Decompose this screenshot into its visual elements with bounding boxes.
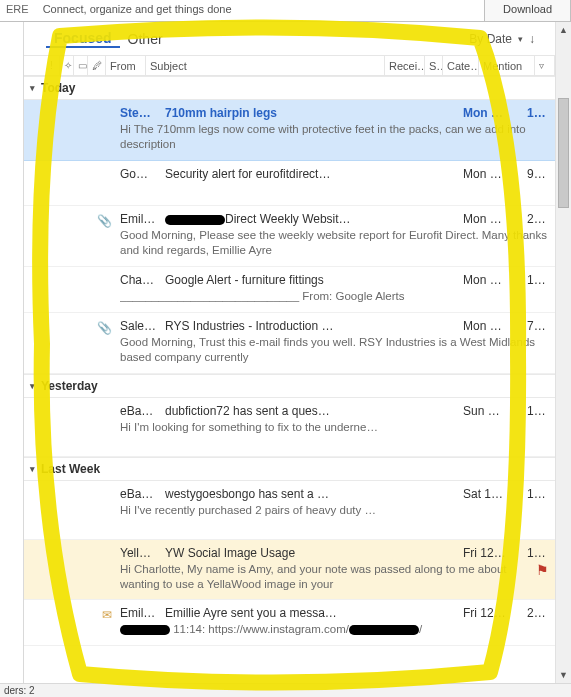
- scroll-track[interactable]: [556, 38, 571, 667]
- col-size[interactable]: S…: [425, 56, 443, 75]
- scroll-thumb[interactable]: [558, 98, 569, 208]
- ribbon-tag: ERE: [0, 0, 35, 21]
- message-row[interactable]: ✉Emil…Emillie Ayre sent you a messa…Fri …: [24, 600, 555, 646]
- message-date: Mon …: [463, 273, 527, 287]
- col-icon[interactable]: ▭: [74, 56, 88, 75]
- col-flag[interactable]: ▿: [535, 56, 555, 75]
- ribbon: ERE Connect, organize and get things don…: [0, 0, 571, 22]
- message-count: 2…: [527, 212, 549, 226]
- message-count: 1…: [527, 487, 549, 501]
- message-from: Ste…: [120, 106, 165, 120]
- message-preview: 11:14: https://www.instagram.com//: [120, 620, 549, 637]
- message-date: Sun …: [463, 404, 527, 418]
- message-preview: Hi I've recently purchased 2 pairs of he…: [120, 501, 549, 517]
- col-mentions[interactable]: Mention: [479, 56, 535, 75]
- col-categories[interactable]: Cate…: [443, 56, 479, 75]
- group-label: Last Week: [41, 462, 100, 476]
- message-row[interactable]: 📎Sale…RYS Industries - Introduction …Mon…: [24, 313, 555, 374]
- message-list-pane: Focused Other By Date ▾ ↓ ! ✧ ▭ 🖉 From S…: [24, 22, 555, 683]
- col-attachment[interactable]: 🖉: [88, 56, 106, 75]
- message-date: Mon …: [463, 167, 527, 181]
- attachment-icon: 📎: [97, 214, 112, 228]
- left-rail: [0, 22, 24, 697]
- envelope-icon: ✉: [102, 608, 112, 622]
- message-preview: Hi The 710mm legs now come with protecti…: [120, 120, 549, 152]
- message-date: Sat 1…: [463, 487, 527, 501]
- group-header-yesterday[interactable]: ▾Yesterday: [24, 374, 555, 398]
- message-date: Mon …: [463, 106, 527, 120]
- message-subject: westygoesbongo has sent a …: [165, 487, 463, 501]
- chevron-down-icon: ▾: [518, 34, 523, 44]
- chevron-down-icon: ▾: [30, 381, 35, 391]
- message-list[interactable]: ▾TodaySte…710mm hairpin legsMon …1…Hi Th…: [24, 76, 555, 683]
- group-header-today[interactable]: ▾Today: [24, 76, 555, 100]
- message-preview: Good Morning, Trust this e-mail finds yo…: [120, 333, 549, 365]
- message-row[interactable]: Go…Security alert for eurofitdirect…Mon …: [24, 161, 555, 206]
- column-headers: ! ✧ ▭ 🖉 From Subject Recei… S… Cate… Men…: [24, 56, 555, 76]
- message-row[interactable]: Cha…Google Alert - furniture fittingsMon…: [24, 267, 555, 313]
- message-subject: Security alert for eurofitdirect…: [165, 167, 463, 181]
- col-from[interactable]: From: [106, 56, 146, 75]
- message-date: Mon …: [463, 319, 527, 333]
- sort-direction-icon[interactable]: ↓: [529, 32, 535, 46]
- message-row[interactable]: Ste…710mm hairpin legsMon …1…Hi The 710m…: [24, 100, 555, 161]
- scroll-down-icon[interactable]: ▼: [556, 667, 571, 683]
- message-subject: Emillie Ayre sent you a messa…: [165, 606, 463, 620]
- col-received[interactable]: Recei…: [385, 56, 425, 75]
- message-count: 1…: [527, 404, 549, 418]
- message-from: eBa…: [120, 487, 165, 501]
- attachment-icon: 📎: [97, 321, 112, 335]
- message-row[interactable]: 📎Emil…Direct Weekly Websit…Mon …2…Good M…: [24, 206, 555, 267]
- message-from: Go…: [120, 167, 165, 181]
- ribbon-motto: Connect, organize and get things done: [35, 0, 484, 21]
- message-subject: YW Social Image Usage: [165, 546, 463, 560]
- message-subject: Direct Weekly Websit…: [165, 212, 463, 226]
- chevron-down-icon: ▾: [30, 83, 35, 93]
- col-importance[interactable]: !: [46, 56, 60, 75]
- message-from: Yell…: [120, 546, 165, 560]
- message-row[interactable]: eBa…westygoesbongo has sent a …Sat 1…1…H…: [24, 481, 555, 540]
- message-row[interactable]: eBa…dubfiction72 has sent a ques…Sun …1……: [24, 398, 555, 457]
- message-preview: Good Morning, Please see the weekly webs…: [120, 226, 549, 258]
- download-button[interactable]: Download: [484, 0, 571, 21]
- flag-icon[interactable]: ⚑: [536, 562, 549, 578]
- sort-label: By Date: [469, 32, 512, 46]
- message-count: 7…: [527, 319, 549, 333]
- message-subject: dubfiction72 has sent a ques…: [165, 404, 463, 418]
- message-date: Fri 12…: [463, 546, 527, 560]
- col-reminder[interactable]: ✧: [60, 56, 74, 75]
- col-subject[interactable]: Subject: [146, 56, 385, 75]
- message-date: Fri 12…: [463, 606, 527, 620]
- status-bar: ders: 2: [0, 683, 571, 697]
- message-date: Mon …: [463, 212, 527, 226]
- message-from: Emil…: [120, 212, 165, 226]
- group-label: Yesterday: [41, 379, 98, 393]
- message-count: 1…: [527, 273, 549, 287]
- sort-by[interactable]: By Date ▾ ↓: [469, 32, 535, 46]
- message-subject: 710mm hairpin legs: [165, 106, 463, 120]
- status-text: ders: 2: [4, 685, 35, 696]
- message-from: eBa…: [120, 404, 165, 418]
- chevron-down-icon: ▾: [30, 464, 35, 474]
- message-from: Cha…: [120, 273, 165, 287]
- message-count: 9…: [527, 167, 549, 181]
- message-subject: Google Alert - furniture fittings: [165, 273, 463, 287]
- message-subject: RYS Industries - Introduction …: [165, 319, 463, 333]
- scroll-up-icon[interactable]: ▲: [556, 22, 571, 38]
- message-count: 1…: [527, 546, 549, 560]
- message-from: Sale…: [120, 319, 165, 333]
- inbox-tabs: Focused Other By Date ▾ ↓: [24, 22, 555, 56]
- message-preview: <https://www.gstatic.com/accountalerts/e…: [120, 181, 549, 197]
- group-header-lastweek[interactable]: ▾Last Week: [24, 457, 555, 481]
- message-count: 2…: [527, 606, 549, 620]
- tab-focused[interactable]: Focused: [46, 30, 120, 48]
- message-preview: Hi I'm looking for something to fix to t…: [120, 418, 549, 434]
- group-label: Today: [41, 81, 75, 95]
- message-from: Emil…: [120, 606, 165, 620]
- tab-other[interactable]: Other: [120, 31, 171, 47]
- message-row[interactable]: Yell…YW Social Image UsageFri 12…1…Hi Ch…: [24, 540, 555, 601]
- scrollbar[interactable]: ▲ ▼: [555, 22, 571, 683]
- message-preview: Hi Charlotte, My name is Amy, and your n…: [120, 560, 549, 592]
- message-preview: ____________________________ From: Googl…: [120, 287, 549, 304]
- message-count: 1…: [527, 106, 549, 120]
